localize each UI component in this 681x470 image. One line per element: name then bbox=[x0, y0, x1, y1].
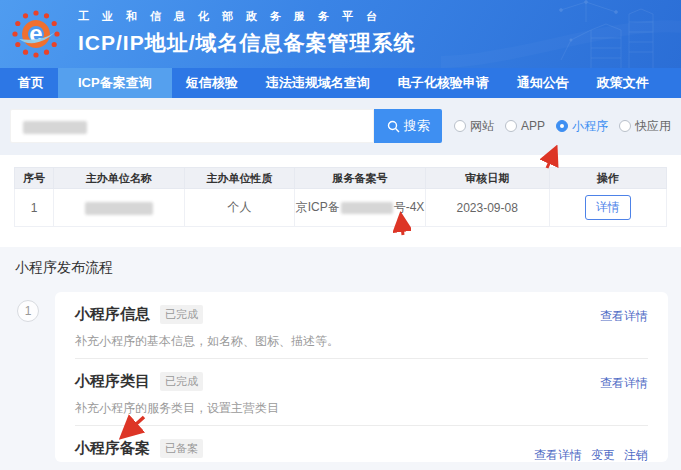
redacted-search-query bbox=[23, 121, 87, 134]
radio-website[interactable]: 网站 bbox=[454, 118, 494, 135]
change-link[interactable]: 变更 bbox=[591, 447, 615, 462]
search-button[interactable]: 搜索 bbox=[374, 109, 442, 143]
main-nav: 首页 ICP备案查询 短信核验 违法违规域名查询 电子化核验申请 通知公告 政策… bbox=[0, 68, 681, 98]
radio-miniprogram-label: 小程序 bbox=[572, 118, 608, 135]
header-org-name: 主办单位名称 bbox=[54, 168, 184, 189]
header-action: 操作 bbox=[549, 168, 666, 189]
cancel-link[interactable]: 注销 bbox=[624, 447, 648, 462]
table-row: 1 个人 京ICP备号-4X 2023-09-08 详情 bbox=[15, 189, 667, 227]
radio-unselected-icon bbox=[619, 120, 631, 132]
view-detail-link[interactable]: 查看详情 bbox=[600, 308, 648, 325]
row-title-miniprogram-category: 小程序类目 bbox=[75, 372, 150, 391]
cell-filing-number: 京ICP备号-4X bbox=[295, 189, 425, 227]
redacted-filing-number bbox=[341, 202, 393, 214]
radio-unselected-icon bbox=[505, 120, 517, 132]
filing-suffix: 号-4X bbox=[394, 200, 425, 214]
cell-index: 1 bbox=[15, 189, 54, 227]
results-table-section: 序号 主办单位名称 主办单位性质 服务备案号 审核日期 操作 1 个人 京ICP… bbox=[0, 155, 681, 247]
row-title-miniprogram-info: 小程序信息 bbox=[75, 305, 150, 324]
nav-item-e-verification[interactable]: 电子化核验申请 bbox=[384, 68, 503, 98]
status-badge: 已备案 bbox=[160, 439, 203, 458]
results-table: 序号 主办单位名称 主办单位性质 服务备案号 审核日期 操作 1 个人 京ICP… bbox=[14, 167, 667, 227]
radio-app[interactable]: APP bbox=[505, 119, 545, 133]
process-row-info: 小程序信息 已完成 补充小程序的基本信息，如名称、图标、描述等。 查看详情 bbox=[75, 292, 648, 359]
platform-title: 工业和信息化部政务服务平台 bbox=[78, 9, 416, 24]
process-section: 小程序发布流程 1 小程序信息 已完成 补充小程序的基本信息，如名称、图标、描述… bbox=[0, 247, 681, 470]
header-audit-date: 审核日期 bbox=[425, 168, 549, 189]
header-index: 序号 bbox=[15, 168, 54, 189]
view-detail-link[interactable]: 查看详情 bbox=[600, 375, 648, 392]
row-desc-miniprogram-info: 补充小程序的基本信息，如名称、图标、描述等。 bbox=[75, 333, 648, 350]
header-org-nature: 主办单位性质 bbox=[184, 168, 295, 189]
radio-quickapp[interactable]: 快应用 bbox=[619, 118, 671, 135]
radio-miniprogram[interactable]: 小程序 bbox=[556, 118, 608, 135]
status-badge: 已完成 bbox=[160, 305, 203, 324]
row-desc-miniprogram-category: 补充小程序的服务类目，设置主营类目 bbox=[75, 400, 648, 417]
process-row-filing: 小程序备案 已备案 京ICP备 号-4X 查看详情 变更 注销 bbox=[75, 426, 648, 462]
radio-selected-icon bbox=[556, 120, 568, 132]
search-icon bbox=[387, 120, 400, 133]
cell-action: 详情 bbox=[549, 189, 666, 227]
header-banner: e 工业和信息化部政务服务平台 ICP/IP地址/域名信息备案管理系统 bbox=[0, 0, 681, 68]
redacted-org-name bbox=[85, 202, 153, 215]
search-input[interactable] bbox=[10, 109, 374, 143]
nav-item-home[interactable]: 首页 bbox=[4, 68, 58, 98]
nav-item-illegal-domain-query[interactable]: 违法违规域名查询 bbox=[252, 68, 384, 98]
view-detail-link[interactable]: 查看详情 bbox=[534, 447, 582, 462]
process-row-category: 小程序类目 已完成 补充小程序的服务类目，设置主营类目 查看详情 bbox=[75, 359, 648, 426]
step-number-badge: 1 bbox=[17, 300, 39, 322]
search-section: 搜索 网站 APP 小程序 快应用 bbox=[0, 98, 681, 155]
radio-quickapp-label: 快应用 bbox=[635, 118, 671, 135]
nav-item-notices[interactable]: 通知公告 bbox=[503, 68, 583, 98]
radio-app-label: APP bbox=[521, 119, 545, 133]
process-card: 小程序信息 已完成 补充小程序的基本信息，如名称、图标、描述等。 查看详情 小程… bbox=[55, 292, 668, 462]
nav-item-sms-verify[interactable]: 短信核验 bbox=[172, 68, 252, 98]
icp-filing-page: e 工业和信息化部政务服务平台 ICP/IP地址/域名信息备案管理系统 首页 I… bbox=[0, 0, 681, 470]
cell-audit-date: 2023-09-08 bbox=[425, 189, 549, 227]
miit-logo-icon: e bbox=[11, 9, 61, 59]
header-decoration-buildings bbox=[441, 0, 681, 68]
status-badge: 已完成 bbox=[160, 372, 203, 391]
nav-item-policy-docs[interactable]: 政策文件 bbox=[583, 68, 663, 98]
radio-unselected-icon bbox=[454, 120, 466, 132]
detail-button[interactable]: 详情 bbox=[585, 195, 631, 220]
filing-prefix: 京ICP备 bbox=[296, 200, 340, 214]
row-title-miniprogram-filing: 小程序备案 bbox=[75, 439, 150, 458]
table-header-row: 序号 主办单位名称 主办单位性质 服务备案号 审核日期 操作 bbox=[15, 168, 667, 189]
cell-org-nature: 个人 bbox=[184, 189, 295, 227]
system-title: ICP/IP地址/域名信息备案管理系统 bbox=[78, 29, 416, 57]
radio-website-label: 网站 bbox=[470, 118, 494, 135]
search-type-radio-group: 网站 APP 小程序 快应用 bbox=[454, 118, 671, 135]
nav-item-icp-query[interactable]: ICP备案查询 bbox=[58, 68, 172, 98]
cell-org-name bbox=[54, 189, 184, 227]
header-filing-number: 服务备案号 bbox=[295, 168, 425, 189]
search-button-label: 搜索 bbox=[404, 117, 430, 135]
process-title: 小程序发布流程 bbox=[15, 259, 668, 277]
